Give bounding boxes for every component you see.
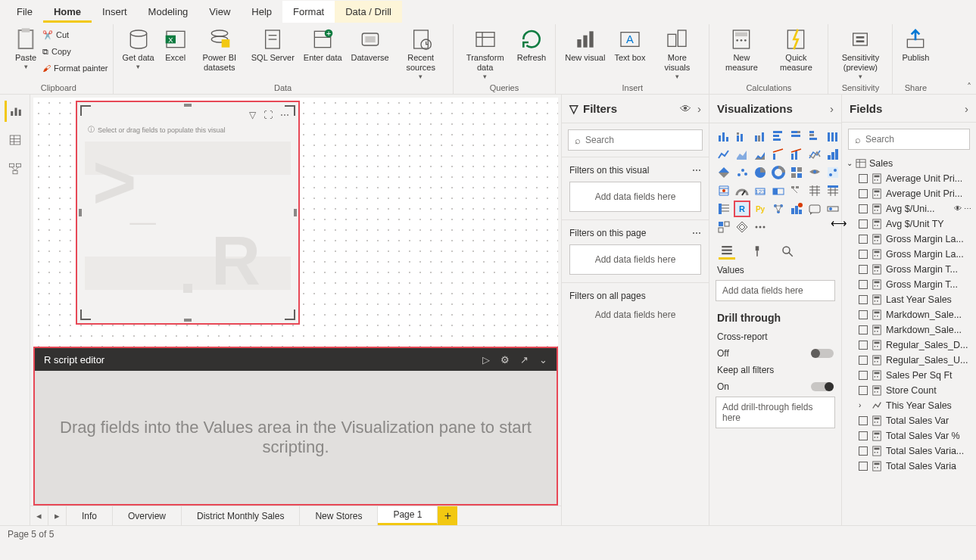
recent-sources-button[interactable]: Recent sources▾ [394, 26, 448, 82]
viz-icon-15[interactable] [734, 164, 750, 181]
ribbon-collapse-button[interactable]: ˄ [967, 82, 971, 92]
field-item[interactable]: Regular_Sales_D... [845, 338, 973, 353]
chevron-down-icon[interactable]: ⌄ [539, 354, 547, 366]
filters-search[interactable]: ⌕ [568, 129, 703, 151]
checkbox[interactable] [859, 431, 868, 440]
quick-measure-button[interactable]: Quick measure [769, 26, 823, 74]
menu-insert[interactable]: Insert [92, 1, 138, 23]
get-data-button[interactable]: Get data▾ [118, 26, 159, 73]
cut-button[interactable]: ✂️Cut [42, 27, 108, 42]
run-icon[interactable]: ▷ [482, 354, 490, 366]
checkbox[interactable] [859, 371, 868, 380]
viz-icon-33[interactable] [806, 201, 823, 217]
checkbox[interactable] [859, 280, 868, 289]
viz-values-well[interactable]: Add data fields here [716, 280, 835, 301]
checkbox[interactable] [859, 325, 868, 334]
copy-button[interactable]: ⧉Copy [42, 44, 108, 59]
viz-icon-22[interactable] [734, 182, 750, 199]
new-visual-button[interactable]: New visual [560, 26, 610, 64]
field-item[interactable]: Sales Per Sq Ft [845, 368, 973, 383]
menu-home[interactable]: Home [43, 1, 92, 23]
viz-icon-36[interactable] [734, 219, 750, 235]
resize-handle[interactable] [294, 209, 297, 216]
tabs-next-button[interactable]: ▸ [48, 506, 67, 525]
viz-icon-20[interactable] [825, 164, 841, 181]
checkbox[interactable] [859, 416, 868, 425]
checkbox[interactable] [859, 235, 868, 244]
analytics-mode-button[interactable] [779, 243, 796, 260]
viz-icon-28[interactable] [716, 201, 732, 217]
excel-button[interactable]: XExcel [159, 26, 192, 64]
field-item[interactable]: Avg $/Unit TY [845, 216, 973, 232]
viz-icon-12[interactable] [806, 146, 823, 163]
viz-icon-0[interactable] [716, 128, 732, 145]
r-visual-placeholder[interactable]: ▽ ⛶ ⋯ ⓘSelect or drag fields to populate… [76, 101, 300, 325]
chevron-right-icon[interactable]: › [965, 102, 968, 115]
viz-icon-17[interactable] [770, 164, 787, 181]
viz-icon-16[interactable] [752, 164, 769, 181]
viz-icon-3[interactable] [770, 128, 787, 145]
sensitivity-button[interactable]: Sensitivity (preview)▾ [833, 26, 887, 82]
tab-page1[interactable]: Page 1 [378, 506, 438, 525]
publish-button[interactable]: Publish [897, 26, 934, 64]
eye-icon[interactable]: 👁 [680, 102, 691, 115]
r-script-body[interactable]: Drag fields into the Values area in the … [35, 371, 557, 504]
checkbox[interactable] [859, 356, 868, 365]
resize-handle[interactable] [79, 209, 82, 216]
field-item[interactable]: Total Sales Var [845, 413, 973, 428]
tab-overview[interactable]: Overview [113, 506, 182, 525]
more-icon[interactable]: ⋯ [280, 110, 289, 120]
field-item[interactable]: Markdown_Sale... [845, 307, 973, 322]
field-item[interactable]: Gross Margin T... [845, 262, 973, 277]
viz-icon-14[interactable] [716, 164, 732, 181]
viz-icon-1[interactable] [734, 128, 750, 145]
filter-icon[interactable]: ▽ [249, 110, 256, 120]
viz-icon-23[interactable]: 123 [752, 182, 769, 199]
checkbox[interactable] [859, 189, 868, 198]
table-sales[interactable]: ⌄ Sales [845, 156, 973, 171]
field-item[interactable]: Average Unit Pri... [845, 186, 973, 201]
tab-district[interactable]: District Monthly Sales [182, 506, 300, 525]
viz-icon-13[interactable] [825, 146, 841, 163]
viz-icon-7[interactable] [716, 146, 732, 163]
field-item[interactable]: Gross Margin T... [845, 277, 973, 292]
viz-icon-18[interactable] [788, 164, 805, 181]
field-item[interactable]: Total Sales Varia... [845, 443, 973, 459]
viz-icon-11[interactable] [788, 146, 805, 163]
viz-icon-35[interactable] [716, 219, 732, 235]
filters-all-well[interactable]: Add data fields here [569, 307, 701, 322]
gear-icon[interactable]: ⚙ [500, 354, 510, 366]
field-item[interactable]: Avg $/Uni...👁 ⋯ [845, 201, 973, 216]
more-icon[interactable]: ⋯ [692, 228, 701, 238]
checkbox[interactable] [859, 462, 868, 471]
add-page-button[interactable]: + [438, 506, 457, 525]
filters-visual-well[interactable]: Add data fields here [569, 182, 701, 212]
menu-file[interactable]: File [6, 1, 43, 23]
viz-icon-25[interactable] [788, 182, 805, 199]
more-icon[interactable]: ⋯ [692, 165, 701, 176]
viz-icon-21[interactable] [716, 182, 732, 199]
filters-search-input[interactable] [585, 135, 699, 145]
field-item[interactable]: Store Count [845, 383, 973, 398]
viz-icon-34[interactable] [825, 201, 841, 217]
viz-icon-5[interactable] [806, 128, 823, 145]
format-mode-button[interactable] [749, 243, 766, 260]
checkbox[interactable] [859, 174, 868, 183]
viz-icon-10[interactable] [770, 146, 787, 163]
dataverse-button[interactable]: Dataverse [347, 26, 394, 64]
fields-search[interactable]: ⌕ [848, 129, 970, 149]
chevron-right-icon[interactable]: › [697, 102, 701, 115]
field-item[interactable]: Gross Margin La... [845, 232, 973, 247]
menu-help[interactable]: Help [241, 1, 282, 23]
checkbox[interactable] [859, 219, 868, 229]
model-view-button[interactable] [5, 158, 26, 179]
tabs-prev-button[interactable]: ◂ [30, 506, 48, 525]
viz-icon-4[interactable] [788, 128, 805, 145]
field-item[interactable]: ›This Year Sales [845, 398, 973, 413]
viz-icon-2[interactable] [752, 128, 769, 145]
viz-icon-8[interactable] [734, 146, 750, 163]
chevron-right-icon[interactable]: › [830, 102, 834, 115]
viz-icon-31[interactable] [770, 201, 787, 217]
refresh-button[interactable]: Refresh [513, 26, 551, 64]
menu-modeling[interactable]: Modeling [138, 1, 199, 23]
